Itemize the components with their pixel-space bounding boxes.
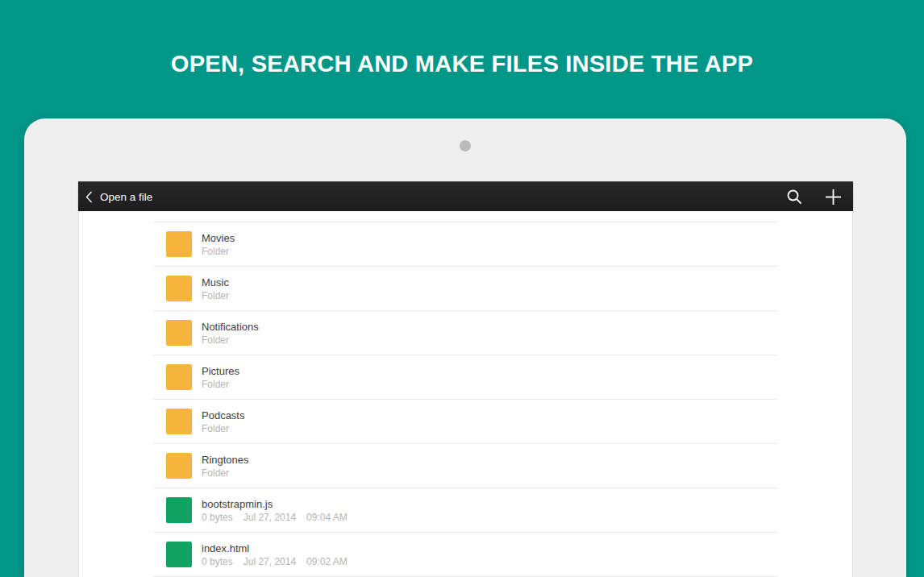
item-meta: Folder <box>202 246 235 257</box>
file-list-item[interactable]: index.html 0 bytesJul 27, 201409:02 AM <box>153 533 778 577</box>
search-button[interactable] <box>786 189 802 205</box>
folder-icon <box>166 320 192 346</box>
back-button[interactable] <box>83 189 95 205</box>
back-chevron-icon <box>85 191 93 203</box>
item-name: Pictures <box>202 365 239 377</box>
file-list-item[interactable]: Podcasts Folder <box>153 400 778 444</box>
plus-icon <box>825 189 842 205</box>
file-list-item[interactable]: Pictures Folder <box>153 355 778 400</box>
item-name: Podcasts <box>202 409 244 421</box>
file-icon <box>166 497 192 523</box>
item-meta: 0 bytesJul 27, 201409:04 AM <box>202 512 348 523</box>
banner-title: OPEN, SEARCH AND MAKE FILES INSIDE THE A… <box>14 50 910 77</box>
item-meta: Folder <box>202 467 249 479</box>
camera-dot-icon <box>460 140 471 152</box>
file-list: Movies Folder Music Folder Notifications… <box>153 222 778 577</box>
file-list-item[interactable]: Movies Folder <box>153 222 778 267</box>
folder-icon <box>166 276 192 301</box>
folder-icon <box>166 453 192 479</box>
toolbar-title: Open a file <box>100 191 152 203</box>
add-file-button[interactable] <box>825 189 842 205</box>
item-name: Movies <box>202 232 235 244</box>
item-name: Music <box>202 276 229 288</box>
file-list-item[interactable]: Notifications Folder <box>153 311 778 355</box>
app-screen: Movies Folder Music Folder Notifications… <box>78 211 853 577</box>
item-meta: Folder <box>202 379 239 390</box>
item-name: Ringtones <box>202 454 249 466</box>
folder-icon <box>166 409 192 434</box>
item-name: Notifications <box>202 321 259 333</box>
app-toolbar: Open a file <box>78 181 853 211</box>
folder-icon <box>166 231 192 257</box>
item-meta: Folder <box>202 290 229 301</box>
item-name: index.html <box>202 542 348 554</box>
item-meta: Folder <box>202 334 259 346</box>
file-list-item[interactable]: Ringtones Folder <box>153 444 778 488</box>
file-list-item[interactable]: Music Folder <box>153 267 778 311</box>
tablet-frame: Open a file <box>24 118 906 577</box>
file-list-item[interactable]: bootstrapmin.js 0 bytesJul 27, 201409:04… <box>153 488 778 533</box>
file-icon <box>166 542 192 567</box>
item-meta: 0 bytesJul 27, 201409:02 AM <box>202 556 348 567</box>
search-icon <box>786 189 802 205</box>
item-meta: Folder <box>202 423 244 434</box>
toolbar-actions <box>786 189 842 205</box>
item-name: bootstrapmin.js <box>202 498 348 510</box>
folder-icon <box>166 364 192 390</box>
